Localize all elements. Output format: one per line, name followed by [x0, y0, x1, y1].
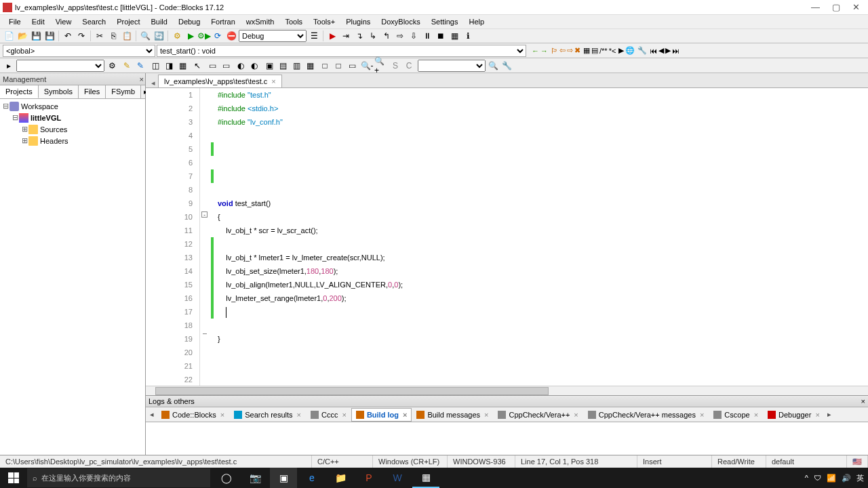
nav-first-icon[interactable]: ⏮ — [650, 47, 657, 55]
cut-icon[interactable]: ✂ — [94, 30, 106, 42]
doxy1-icon[interactable]: ▦ — [583, 46, 590, 55]
file-tab-close-icon[interactable]: × — [271, 77, 275, 85]
nav-next-icon[interactable]: ▶ — [665, 46, 671, 55]
logs-content[interactable] — [146, 422, 868, 455]
bookmark-next-icon[interactable]: ⇨ — [567, 46, 573, 55]
doxy-run-icon[interactable]: ▶ — [618, 46, 624, 55]
hl2-icon[interactable]: ✎ — [134, 60, 146, 72]
break-icon[interactable]: ⏸ — [421, 30, 433, 42]
log-tab-close-icon[interactable]: × — [484, 411, 488, 419]
menu-project[interactable]: Project — [112, 16, 144, 27]
menu-fortran[interactable]: Fortran — [206, 16, 239, 27]
log-tab-close-icon[interactable]: × — [342, 411, 346, 419]
copy-icon[interactable]: ⎘ — [107, 30, 119, 42]
mgmt-tab-projects[interactable]: Projects — [0, 85, 39, 98]
jump-fwd-icon[interactable]: → — [540, 47, 548, 55]
system-tray[interactable]: ^🛡📶🔊英 — [805, 473, 868, 483]
step-into-icon[interactable]: ↳ — [367, 30, 379, 42]
task-word[interactable]: W — [384, 468, 411, 488]
collapse-icon[interactable]: ⊟ — [11, 113, 19, 122]
maximize-button[interactable]: ▢ — [832, 2, 840, 12]
taskview-icon[interactable]: ◯ — [213, 468, 240, 488]
redo-icon[interactable]: ↷ — [75, 30, 87, 42]
replace-icon[interactable]: 🔄 — [153, 30, 165, 42]
menu-tools[interactable]: Tools — [280, 16, 307, 27]
box1-icon[interactable]: □ — [319, 60, 331, 72]
targets-icon[interactable]: ☰ — [308, 30, 320, 42]
search-select[interactable] — [418, 60, 486, 72]
doxy-settings-icon[interactable]: 🔧 — [637, 46, 647, 55]
s-icon[interactable]: S — [389, 60, 401, 72]
zoom-out-icon[interactable]: 🔍- — [361, 60, 373, 72]
debug-windows-icon[interactable]: ▦ — [448, 30, 460, 42]
mgmt-tab-symbols[interactable]: Symbols — [39, 85, 79, 98]
expand-icon[interactable]: ⊞ — [20, 125, 28, 134]
run-to-cursor-icon[interactable]: ⇥ — [340, 30, 352, 42]
doxy-html-icon[interactable]: 🌐 — [625, 46, 635, 55]
tray-icon[interactable]: 英 — [856, 473, 864, 483]
search-opts-icon[interactable]: 🔧 — [500, 60, 513, 72]
logs-tab-prev-icon[interactable]: ◂ — [147, 409, 157, 420]
fold-column[interactable]: - — [200, 88, 211, 386]
taskbar-search[interactable]: ⌕ 在这里输入你要搜索的内容 — [27, 468, 210, 487]
log-tab[interactable]: Build messages× — [412, 408, 493, 422]
menu-view[interactable]: View — [51, 16, 77, 27]
file-tab[interactable]: lv_examples\lv_apps\test\test.c × — [158, 75, 282, 87]
next-instr-icon[interactable]: ⇨ — [394, 30, 406, 42]
toggle2-icon[interactable]: ◐ — [248, 60, 260, 72]
win2-icon[interactable]: ▤ — [277, 60, 289, 72]
rebuild-icon[interactable]: ⟳ — [212, 30, 224, 42]
tray-icon[interactable]: 🛡 — [814, 474, 821, 482]
block2-icon[interactable]: ▭ — [220, 60, 232, 72]
win1-icon[interactable]: ▣ — [263, 60, 275, 72]
menu-settings[interactable]: Settings — [427, 16, 463, 27]
folder-sources[interactable]: Sources — [40, 125, 67, 134]
log-tab[interactable]: CppCheck/Vera++× — [493, 408, 583, 422]
cursor-icon[interactable]: ↖ — [191, 60, 203, 72]
search-go-icon[interactable]: 🔍 — [487, 60, 499, 72]
log-tab-close-icon[interactable]: × — [297, 411, 301, 419]
sel3-icon[interactable]: ▦ — [176, 60, 189, 72]
menu-edit[interactable]: Edit — [27, 16, 50, 27]
log-tab-close-icon[interactable]: × — [815, 411, 819, 419]
hl1-icon[interactable]: ✎ — [121, 60, 133, 72]
log-tab[interactable]: Debugger× — [763, 408, 825, 422]
block1-icon[interactable]: ▭ — [206, 60, 218, 72]
menu-help[interactable]: Help — [464, 16, 489, 27]
task-camera[interactable]: 📷 — [241, 468, 269, 488]
tray-icon[interactable]: ^ — [805, 474, 808, 482]
box2-icon[interactable]: □ — [332, 60, 344, 72]
build-run-icon[interactable]: ⚙▶ — [198, 30, 210, 42]
logs-tab-next-icon[interactable]: ▸ — [825, 409, 834, 420]
code-content[interactable]: #include "test.h"#include <stdio.h>#incl… — [214, 88, 868, 386]
step-out-icon[interactable]: ↰ — [380, 30, 393, 42]
nav-last-icon[interactable]: ⏭ — [672, 47, 679, 55]
task-powerpoint[interactable]: P — [355, 468, 382, 488]
mgmt-tab-files[interactable]: Files — [79, 85, 106, 98]
menu-wxsmith[interactable]: wxSmith — [241, 16, 279, 27]
expand-icon[interactable]: ⊞ — [20, 136, 28, 145]
folder-headers[interactable]: Headers — [40, 137, 68, 145]
tb2-icon-2[interactable]: ⚙ — [106, 60, 118, 72]
step-instr-icon[interactable]: ⇩ — [408, 30, 420, 42]
minimize-button[interactable]: — — [811, 2, 820, 12]
log-tab[interactable]: CppCheck/Vera++ messages× — [583, 408, 709, 422]
tray-icon[interactable]: 🔊 — [842, 474, 851, 483]
menu-plugins[interactable]: Plugins — [341, 16, 375, 27]
bookmark-toggle-icon[interactable]: 🏳 — [551, 47, 558, 55]
collapse-icon[interactable]: ⊟ — [1, 102, 9, 110]
abort-icon[interactable]: ⛔ — [225, 30, 237, 42]
log-tab-close-icon[interactable]: × — [700, 411, 704, 419]
nav-prev-icon[interactable]: ◀ — [658, 46, 664, 55]
toggle1-icon[interactable]: ◐ — [235, 60, 247, 72]
log-tab-close-icon[interactable]: × — [574, 411, 578, 419]
doxy2-icon[interactable]: ▤ — [591, 46, 598, 55]
win4-icon[interactable]: ▦ — [304, 60, 316, 72]
management-close-icon[interactable]: × — [140, 75, 144, 83]
doxy-line-icon[interactable]: *< — [609, 47, 616, 55]
log-tab-close-icon[interactable]: × — [220, 411, 224, 419]
sel1-icon[interactable]: ◫ — [149, 60, 161, 72]
jump-back-icon[interactable]: ← — [532, 47, 539, 55]
horizontal-scrollbar[interactable] — [146, 386, 868, 395]
menu-tools+[interactable]: Tools+ — [309, 16, 340, 27]
